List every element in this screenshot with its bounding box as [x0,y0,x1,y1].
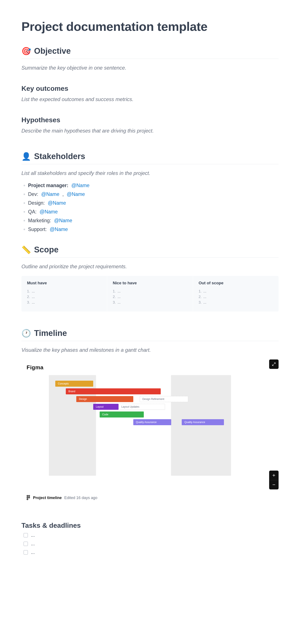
stakeholders-prompt[interactable]: List all stakeholders and specify their … [22,169,278,177]
gantt-bar[interactable]: Quality Assurance [182,419,224,425]
gantt-bar[interactable]: Design Refinement [140,396,188,402]
scope-column-header: Must have [27,281,101,286]
figma-edited-label: Edited 16 days ago [64,496,97,500]
section-tasks: Tasks & deadlines [22,522,278,530]
figma-product-label: Figma [27,364,275,371]
divider [22,59,278,59]
scope-item[interactable]: 3.... [199,300,273,305]
task-item[interactable]: ... [24,541,278,546]
gantt-bar[interactable]: Design [76,396,133,402]
zoom-controls: + − [269,470,278,490]
scope-item[interactable]: 2.... [199,295,273,299]
clock-icon: 🕐 [22,330,31,337]
divider [22,257,278,258]
scope-column[interactable]: Out of scope1....2....3.... [193,276,278,312]
gantt-bar[interactable]: Brand [66,388,161,394]
figma-footer: Project timeline Edited 16 days ago [27,495,275,500]
mention[interactable]: @Name [50,226,68,232]
svg-point-0 [27,495,28,497]
list-item[interactable]: QA: @Name [24,209,278,215]
gantt-bar[interactable]: Code [100,412,144,418]
stakeholder-role: Project manager: [28,182,68,188]
gantt-bar[interactable]: Quality Assurance [133,419,171,425]
section-objective: 🎯 Objective [22,46,278,56]
scope-item[interactable]: 2.... [113,295,187,299]
task-label: ... [31,550,35,555]
expand-button[interactable] [269,360,278,369]
mention[interactable]: @Name [71,182,90,188]
gantt-bar[interactable]: Layout Updates [119,404,165,410]
scope-item[interactable]: 1.... [27,289,101,294]
svg-point-1 [28,495,30,497]
list-item[interactable]: Support: @Name [24,226,278,232]
svg-point-4 [27,498,28,500]
figma-embed[interactable]: Figma ConceptsBrandDesignDesign Refineme… [22,360,278,504]
list-item[interactable]: Marketing: @Name [24,218,278,224]
task-item[interactable]: ... [24,532,278,538]
zoom-out-button[interactable]: − [269,480,278,490]
list-item[interactable]: Project manager: @Name [24,182,278,188]
scope-column[interactable]: Must have1....2....3.... [22,276,107,312]
mention[interactable]: @Name [40,209,58,215]
bullet-icon [24,194,25,195]
section-stakeholders: 👤 Stakeholders [22,152,278,161]
ruler-icon: 📏 [22,246,31,254]
bullet-icon [24,211,25,212]
checkbox[interactable] [24,542,28,546]
gantt-bar[interactable]: Concepts [55,381,93,387]
divider [22,164,278,164]
gantt-chart[interactable]: ConceptsBrandDesignDesign RefinementLayo… [25,375,275,476]
mention[interactable]: @Name [48,200,66,206]
checkbox[interactable] [24,533,28,538]
scope-column[interactable]: Nice to have1....2....3.... [107,276,193,312]
bullet-icon [24,202,25,204]
section-hypotheses: Hypotheses [22,116,278,124]
gantt-bar[interactable]: Layout [93,404,119,410]
svg-point-3 [28,497,30,498]
bullet-icon [24,220,25,222]
zoom-in-button[interactable]: + [269,470,278,480]
scope-item[interactable]: 1.... [199,289,273,294]
mention[interactable]: @Name [67,192,85,197]
checkbox[interactable] [24,550,28,554]
gantt-panel [171,375,231,476]
section-stakeholders-label: Stakeholders [34,152,85,161]
mention[interactable]: @Name [54,218,72,224]
key-outcomes-prompt[interactable]: List the expected outcomes and success m… [22,96,278,103]
stakeholder-role: Marketing: [28,218,51,224]
target-icon: 🎯 [22,47,31,55]
page-title: Project documentation template [22,19,278,34]
person-icon: 👤 [22,153,31,160]
figma-icon [27,495,31,500]
stakeholder-list: Project manager: @NameDev: @Name, @NameD… [24,182,278,232]
list-item[interactable]: Design: @Name [24,200,278,206]
scope-item[interactable]: 3.... [27,300,101,305]
task-label: ... [31,532,35,538]
task-item[interactable]: ... [24,550,278,555]
list-item[interactable]: Dev: @Name, @Name [24,192,278,197]
scope-table: Must have1....2....3....Nice to have1...… [22,276,278,312]
bullet-icon [24,229,25,230]
bullet-icon [24,185,25,186]
timeline-prompt[interactable]: Visualize the key phases and milestones … [22,346,278,354]
scope-prompt[interactable]: Outline and prioritize the project requi… [22,263,278,270]
mention[interactable]: @Name [41,192,59,197]
stakeholder-role: Support: [28,226,47,232]
scope-column-header: Out of scope [199,281,273,286]
task-list: ......... [24,532,278,555]
section-key-outcomes: Key outcomes [22,84,278,92]
scope-item[interactable]: 1.... [113,289,187,294]
stakeholder-role: Design: [28,200,45,206]
section-timeline-label: Timeline [34,329,67,338]
stakeholder-role: Dev: [28,192,38,197]
scope-item[interactable]: 3.... [113,300,187,305]
hypotheses-prompt[interactable]: Describe the main hypotheses that are dr… [22,127,278,135]
stakeholder-role: QA: [28,209,37,215]
svg-point-2 [27,497,28,498]
section-scope: 📏 Scope [22,245,278,254]
figma-doc-title[interactable]: Project timeline [33,496,62,500]
section-timeline: 🕐 Timeline [22,329,278,338]
scope-item[interactable]: 2.... [27,295,101,299]
section-objective-label: Objective [34,46,71,56]
objective-prompt[interactable]: Summarize the key objective in one sente… [22,64,278,72]
